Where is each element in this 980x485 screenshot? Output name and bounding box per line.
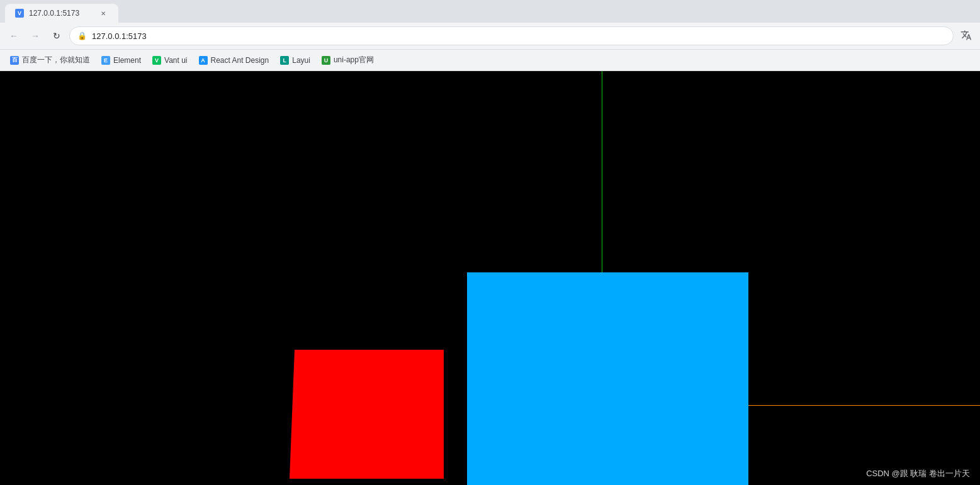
address-text: 127.0.0.1:5173 [92, 31, 945, 41]
bookmark-favicon-element: E [101, 56, 110, 65]
bookmark-react-ant[interactable]: A React Ant Design [194, 54, 274, 67]
reload-icon: ↻ [53, 31, 60, 41]
bookmark-favicon-layui: L [280, 56, 289, 65]
tab-favicon: V [15, 9, 24, 18]
forward-icon: → [31, 31, 40, 41]
vertical-guide-line [602, 71, 602, 272]
bookmark-label-uni-app: uni-app官网 [334, 55, 374, 65]
browser-chrome: V 127.0.0.1:5173 ✕ ← → ↻ 🔒 127.0.0.1:517… [0, 0, 980, 71]
back-button[interactable]: ← [5, 27, 23, 45]
bookmark-element[interactable]: E Element [96, 54, 146, 67]
bookmark-label-vant: Vant ui [164, 56, 187, 65]
bookmark-label-baidu: 百度一下，你就知道 [22, 55, 90, 65]
canvas-area: CSDN @跟 耿瑞 卷出一片天 [0, 71, 980, 485]
horizontal-guide-line [745, 405, 980, 406]
bookmark-baidu[interactable]: 百 百度一下，你就知道 [5, 53, 95, 67]
bookmark-uni-app[interactable]: U uni-app官网 [317, 53, 379, 67]
toolbar: ← → ↻ 🔒 127.0.0.1:5173 [0, 23, 980, 49]
translate-button[interactable] [957, 27, 975, 45]
bookmark-favicon-baidu: 百 [10, 56, 19, 65]
red-shape [290, 350, 444, 479]
translate-icon [960, 30, 972, 43]
back-icon: ← [9, 31, 18, 41]
bookmark-layui[interactable]: L Layui [275, 54, 315, 67]
bookmark-favicon-vant: V [152, 56, 161, 65]
reload-button[interactable]: ↻ [48, 27, 65, 45]
tab-bar: V 127.0.0.1:5173 ✕ [0, 0, 980, 23]
forward-button[interactable]: → [26, 27, 44, 45]
bookmark-favicon-uni-app: U [322, 56, 330, 65]
security-icon: 🔒 [77, 31, 87, 40]
bookmark-label-layui: Layui [292, 56, 310, 65]
watermark: CSDN @跟 耿瑞 卷出一片天 [866, 468, 970, 479]
bookmark-favicon-react-ant: A [199, 56, 208, 65]
address-bar[interactable]: 🔒 127.0.0.1:5173 [69, 26, 954, 45]
bookmark-label-react-ant: React Ant Design [211, 56, 269, 65]
tab-close-button[interactable]: ✕ [98, 8, 108, 18]
watermark-text: CSDN @跟 耿瑞 卷出一片天 [866, 469, 970, 478]
bookmark-vant[interactable]: V Vant ui [147, 54, 192, 67]
blue-shape [467, 272, 748, 485]
active-tab[interactable]: V 127.0.0.1:5173 ✕ [5, 4, 118, 23]
tab-title: 127.0.0.1:5173 [29, 9, 79, 18]
bookmarks-bar: 百 百度一下，你就知道 E Element V Vant ui A React … [0, 49, 980, 70]
bookmark-label-element: Element [113, 56, 141, 65]
